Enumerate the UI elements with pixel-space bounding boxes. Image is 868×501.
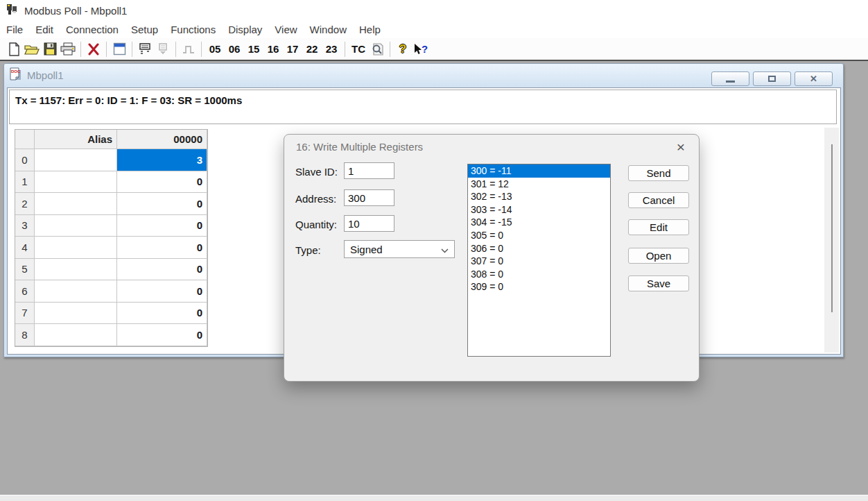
- connect-icon[interactable]: [136, 40, 154, 58]
- value-cell[interactable]: 3: [117, 149, 207, 171]
- alias-cell[interactable]: [35, 324, 117, 346]
- list-item[interactable]: 304 = -15: [468, 216, 610, 229]
- new-file-icon[interactable]: [5, 40, 23, 58]
- type-dropdown[interactable]: Signed: [344, 240, 455, 258]
- function-17-button[interactable]: 17: [283, 40, 302, 58]
- list-item[interactable]: 305 = 0: [468, 229, 610, 242]
- row-header[interactable]: 2: [15, 193, 35, 215]
- vertical-scrollbar[interactable]: [824, 128, 839, 353]
- alias-cell[interactable]: [35, 259, 117, 281]
- edit-button[interactable]: Edit: [628, 219, 689, 235]
- menu-connection[interactable]: Connection: [60, 22, 125, 37]
- row-header[interactable]: 5: [15, 259, 35, 281]
- open-file-icon[interactable]: [23, 40, 41, 58]
- alias-cell[interactable]: [35, 237, 117, 259]
- disconnect-icon[interactable]: [154, 40, 172, 58]
- table-row: 0 3: [15, 149, 207, 171]
- alias-cell[interactable]: [35, 149, 117, 171]
- list-item[interactable]: 309 = 0: [468, 280, 610, 294]
- print-icon[interactable]: [59, 40, 77, 58]
- delete-icon[interactable]: [85, 40, 103, 58]
- find-icon[interactable]: [368, 40, 386, 58]
- menu-help[interactable]: Help: [353, 22, 387, 37]
- list-item[interactable]: 302 = -13: [468, 190, 610, 203]
- toolbar: 05 06 15 16 17 22 23 TC ? ?: [0, 38, 868, 61]
- grid-corner-header: [15, 130, 35, 149]
- alias-cell[interactable]: [35, 280, 117, 303]
- row-header[interactable]: 1: [15, 171, 35, 194]
- function-22-button[interactable]: 22: [302, 40, 322, 58]
- address-field[interactable]: [344, 189, 394, 206]
- send-button[interactable]: Send: [628, 165, 689, 181]
- list-item[interactable]: 301 = 12: [468, 178, 610, 191]
- list-item[interactable]: 307 = 0: [468, 255, 610, 268]
- alias-cell[interactable]: [35, 193, 117, 215]
- function-06-button[interactable]: 06: [225, 40, 244, 58]
- table-row: 2 0: [15, 193, 207, 215]
- cancel-button[interactable]: Cancel: [628, 192, 689, 208]
- toolbar-separator: [175, 42, 176, 57]
- grid-body: 0 3 1 0 2 0 3 0: [15, 149, 207, 346]
- row-header[interactable]: 0: [15, 149, 35, 171]
- help-icon[interactable]: ?: [394, 40, 412, 58]
- list-item[interactable]: 306 = 0: [468, 242, 610, 255]
- save-icon[interactable]: [41, 40, 59, 58]
- row-header[interactable]: 4: [15, 237, 35, 259]
- menu-setup[interactable]: Setup: [125, 22, 164, 37]
- list-item[interactable]: 300 = -11: [468, 164, 610, 178]
- function-05-button[interactable]: 05: [205, 40, 225, 58]
- minimize-icon: [726, 80, 735, 83]
- app-titlebar: Modbus Poll - Mbpoll1: [0, 0, 868, 21]
- menu-file[interactable]: File: [0, 22, 29, 37]
- value-cell[interactable]: 0: [117, 193, 207, 215]
- scrollbar-thumb[interactable]: [831, 144, 833, 312]
- alias-cell[interactable]: [35, 171, 117, 194]
- close-button[interactable]: ✕: [795, 71, 833, 86]
- menu-display[interactable]: Display: [222, 22, 268, 37]
- quantity-field[interactable]: [344, 215, 394, 232]
- function-16-button[interactable]: 16: [263, 40, 283, 58]
- menu-functions[interactable]: Functions: [164, 22, 222, 37]
- row-header[interactable]: 7: [15, 303, 35, 325]
- list-item[interactable]: 303 = -14: [468, 203, 610, 216]
- maximize-button[interactable]: [753, 71, 791, 86]
- alias-cell[interactable]: [35, 215, 117, 237]
- value-cell[interactable]: 0: [117, 237, 207, 259]
- dialog-close-icon[interactable]: ×: [672, 137, 689, 157]
- function-23-button[interactable]: 23: [322, 40, 341, 58]
- quantity-label: Quantity:: [295, 219, 337, 230]
- alias-column-header[interactable]: Alias: [35, 130, 117, 149]
- pulse-icon[interactable]: [180, 40, 198, 58]
- menu-window[interactable]: Window: [304, 22, 353, 37]
- toolbar-separator: [80, 42, 81, 57]
- row-header[interactable]: 8: [15, 324, 35, 346]
- minimize-button[interactable]: [711, 71, 749, 86]
- context-help-icon[interactable]: ?: [412, 40, 430, 58]
- value-cell[interactable]: 0: [117, 324, 207, 346]
- toolbar-separator: [132, 42, 132, 57]
- poll-status-line: Tx = 1157: Err = 0: ID = 1: F = 03: SR =…: [9, 90, 837, 124]
- value-cell[interactable]: 0: [117, 171, 207, 194]
- save-button[interactable]: Save: [628, 275, 689, 291]
- function-15-button[interactable]: 15: [244, 40, 263, 58]
- row-header[interactable]: 3: [15, 215, 35, 237]
- close-icon: ✕: [810, 74, 817, 83]
- alias-cell[interactable]: [35, 303, 117, 325]
- open-button[interactable]: Open: [628, 248, 689, 264]
- row-header[interactable]: 6: [15, 280, 35, 303]
- tc-button[interactable]: TC: [349, 40, 368, 58]
- value-cell[interactable]: 0: [117, 259, 207, 281]
- register-values-listbox[interactable]: 300 = -11301 = 12302 = -13303 = -14304 =…: [467, 164, 611, 357]
- display-setup-icon[interactable]: [110, 40, 128, 58]
- type-label: Type:: [295, 244, 321, 256]
- slave-id-field[interactable]: [344, 162, 394, 179]
- value-cell[interactable]: 0: [117, 215, 207, 237]
- menu-edit[interactable]: Edit: [29, 22, 60, 37]
- value-cell[interactable]: 0: [117, 280, 207, 303]
- address-label: Address:: [295, 193, 336, 205]
- value-column-header[interactable]: 00000: [117, 130, 207, 149]
- menu-view[interactable]: View: [268, 22, 303, 37]
- value-cell[interactable]: 0: [117, 303, 207, 325]
- chevron-down-icon: [441, 244, 449, 255]
- list-item[interactable]: 308 = 0: [468, 268, 610, 281]
